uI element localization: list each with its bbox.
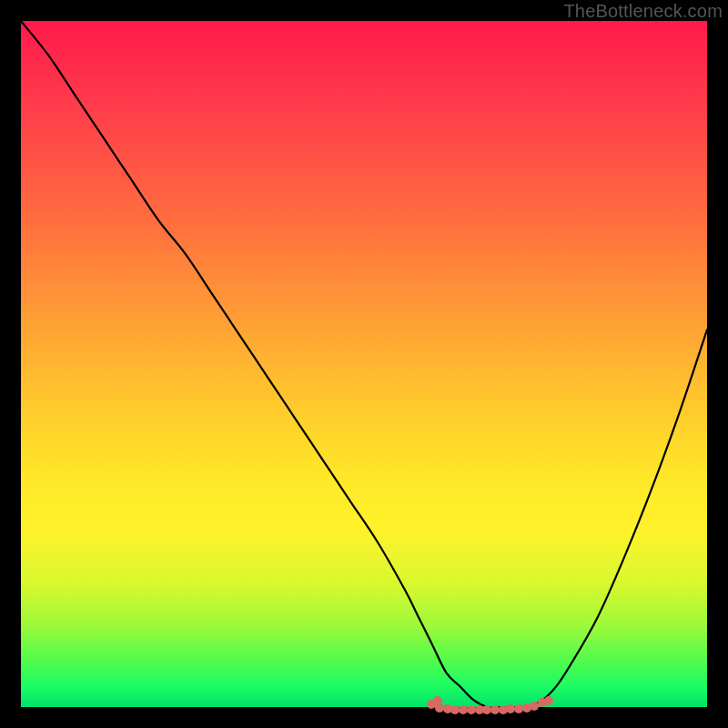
plot-area	[21, 21, 707, 707]
curve-path	[21, 21, 707, 708]
bottleneck-curve	[21, 21, 707, 707]
watermark-text: TheBottleneck.com	[563, 1, 723, 22]
chart-frame: TheBottleneck.com	[0, 0, 728, 728]
